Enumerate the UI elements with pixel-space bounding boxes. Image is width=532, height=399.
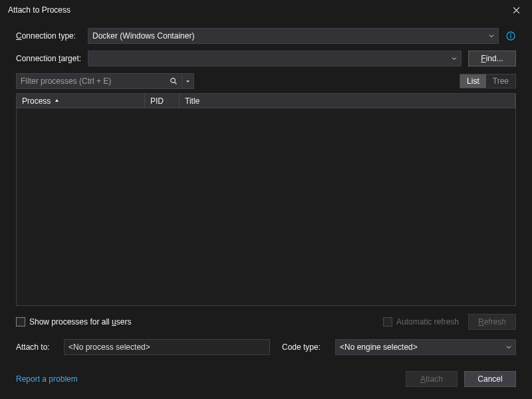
show-all-users-checkbox[interactable]: Show processes for all users bbox=[16, 317, 131, 327]
view-tree-button[interactable]: Tree bbox=[486, 74, 515, 88]
close-icon bbox=[513, 7, 520, 14]
automatic-refresh-checkbox: Automatic refresh bbox=[383, 317, 459, 327]
attach-to-field[interactable]: <No process selected> bbox=[64, 339, 270, 355]
checkbox-icon bbox=[16, 317, 25, 327]
caret-down-icon bbox=[186, 79, 190, 84]
svg-rect-2 bbox=[510, 35, 511, 39]
view-list-button[interactable]: List bbox=[460, 74, 486, 88]
column-header-process[interactable]: Process bbox=[17, 94, 145, 108]
footer: Report a problem Attach Cancel bbox=[16, 371, 516, 387]
chevron-down-icon bbox=[489, 33, 494, 39]
checkbox-icon bbox=[383, 317, 392, 327]
grid-header: Process PID Title bbox=[17, 94, 515, 108]
sort-ascending-icon bbox=[55, 98, 59, 103]
process-grid: Process PID Title bbox=[16, 93, 516, 306]
column-header-pid[interactable]: PID bbox=[145, 94, 180, 108]
column-header-title[interactable]: Title bbox=[180, 94, 515, 108]
connection-target-dropdown[interactable] bbox=[88, 51, 462, 66]
find-button[interactable]: Find... bbox=[468, 51, 516, 66]
view-toggle: List Tree bbox=[460, 74, 516, 88]
info-icon[interactable] bbox=[505, 31, 516, 41]
connection-type-value: Docker (Windows Container) bbox=[92, 31, 194, 41]
filter-row: Filter processes (Ctrl + E) List Tree bbox=[16, 73, 516, 89]
svg-point-3 bbox=[171, 78, 176, 83]
report-problem-link[interactable]: Report a problem bbox=[16, 374, 78, 384]
search-icon bbox=[170, 77, 178, 85]
connection-type-dropdown[interactable]: Docker (Windows Container) bbox=[88, 28, 499, 44]
connection-target-row: Connection target: Find... bbox=[16, 51, 516, 66]
svg-point-1 bbox=[510, 33, 511, 35]
window-title: Attach to Process bbox=[8, 5, 70, 15]
filter-dropdown-button[interactable] bbox=[182, 73, 194, 89]
code-type-dropdown[interactable]: <No engine selected> bbox=[335, 339, 516, 355]
attach-button: Attach bbox=[406, 371, 458, 387]
connection-type-row: Connection type: Docker (Windows Contain… bbox=[16, 28, 516, 44]
chevron-down-icon bbox=[506, 344, 511, 350]
code-type-label: Code type: bbox=[282, 342, 329, 352]
connection-target-label: Connection target: bbox=[16, 54, 88, 63]
chevron-down-icon bbox=[452, 56, 457, 61]
cancel-button[interactable]: Cancel bbox=[464, 371, 516, 387]
title-bar: Attach to Process bbox=[0, 0, 532, 20]
options-row: Show processes for all users Automatic r… bbox=[16, 314, 516, 330]
grid-body-empty bbox=[17, 108, 515, 305]
connection-type-label: Connection type: bbox=[16, 31, 88, 41]
attach-row: Attach to: <No process selected> Code ty… bbox=[16, 339, 516, 355]
filter-placeholder: Filter processes (Ctrl + E) bbox=[21, 76, 111, 86]
filter-processes-input[interactable]: Filter processes (Ctrl + E) bbox=[16, 73, 182, 89]
close-button[interactable] bbox=[504, 1, 528, 19]
attach-to-label: Attach to: bbox=[16, 342, 57, 352]
refresh-button: Refresh bbox=[468, 314, 516, 330]
